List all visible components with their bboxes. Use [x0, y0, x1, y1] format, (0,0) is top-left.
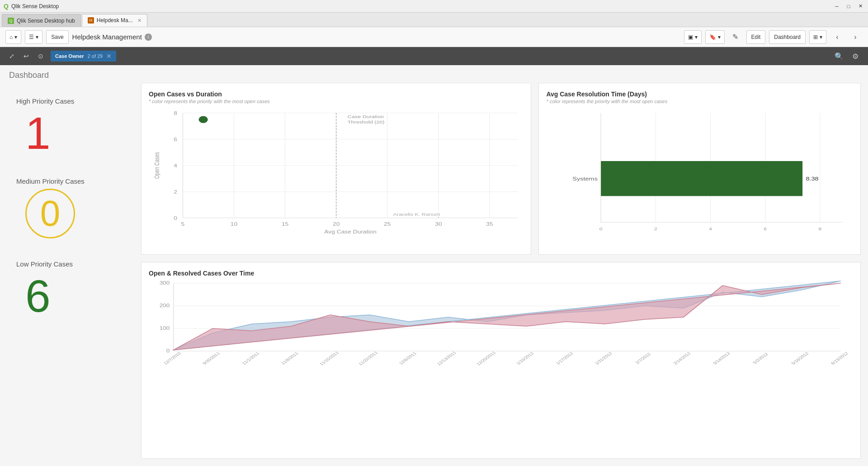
high-priority-section: High Priority Cases 1	[7, 92, 134, 172]
svg-text:5/16/2012: 5/16/2012	[790, 351, 810, 366]
svg-text:20: 20	[333, 222, 340, 227]
save-label: Save	[51, 34, 63, 40]
svg-text:3/14/2012: 3/14/2012	[712, 351, 731, 366]
window-controls: ─ □ ✕	[833, 2, 864, 10]
svg-text:6: 6	[764, 226, 767, 231]
close-button[interactable]: ✕	[856, 2, 864, 10]
bar-chart-subtitle: * color represents the priority with the…	[546, 99, 853, 104]
tab-helpdesk[interactable]: H Helpdesk Ma... ✕	[82, 14, 147, 27]
svg-text:12/7/2010: 12/7/2010	[162, 351, 182, 366]
svg-text:2/7/2012: 2/7/2012	[634, 352, 652, 365]
hub-tab-label: Qlik Sense Desktop hub	[17, 18, 75, 24]
home-dropdown[interactable]: ⌂ ▾	[5, 30, 21, 44]
app-title-area: Helpdesk Management i	[72, 33, 680, 41]
tab-hub[interactable]: Q Qlik Sense Desktop hub	[2, 14, 81, 27]
svg-text:12/13/2011: 12/13/2011	[436, 351, 458, 366]
filter-chip-close[interactable]: ✕	[106, 52, 112, 60]
lasso-filter-button[interactable]: ⊙	[34, 50, 47, 62]
svg-text:0: 0	[599, 226, 603, 231]
resolved-cases-area	[174, 283, 841, 350]
save-button[interactable]: Save	[46, 30, 68, 44]
app-title-text: Helpdesk Management	[72, 33, 142, 41]
info-icon[interactable]: i	[145, 33, 152, 41]
line-chart-title: Open & Resolved Cases Over Time	[149, 270, 853, 277]
line-svg: 0 100 200 300 12/7/2010	[149, 279, 853, 369]
svg-text:15: 15	[282, 222, 289, 227]
svg-text:8.38: 8.38	[806, 176, 819, 182]
scatter-svg: 0 2 4 6 8 Open Cases	[149, 109, 524, 240]
helpdesk-tab-label: Helpdesk Ma...	[97, 17, 133, 24]
svg-text:11/15/2011: 11/15/2011	[318, 351, 340, 366]
pencil-button[interactable]: ✎	[728, 30, 743, 44]
tab-bar: Q Qlik Sense Desktop hub H Helpdesk Ma..…	[0, 13, 868, 27]
svg-text:Systems: Systems	[573, 176, 598, 182]
filter-right-buttons: 🔍 ⚙	[832, 49, 863, 63]
svg-text:1/31/2012: 1/31/2012	[594, 351, 613, 366]
bookmark-dropdown[interactable]: 🔖 ▾	[705, 30, 725, 44]
minimize-button[interactable]: ─	[833, 2, 841, 10]
svg-text:35: 35	[486, 222, 493, 227]
expand-filter-button[interactable]: ⤢	[5, 50, 18, 62]
home-icon: ⌂	[9, 34, 13, 40]
medium-priority-section: Medium Priority Cases 0	[7, 172, 134, 255]
main-content: Dashboard High Priority Cases 1 Medium P…	[0, 65, 868, 466]
svg-text:Case Duration: Case Duration	[348, 114, 384, 119]
low-priority-value: 6	[16, 270, 125, 329]
search-filter-button[interactable]: 🔍	[832, 49, 846, 63]
view-button[interactable]: Dashboard	[769, 30, 806, 44]
svg-text:2: 2	[174, 189, 177, 195]
content-area: High Priority Cases 1 Medium Priority Ca…	[0, 83, 868, 466]
scatter-data-point	[199, 116, 208, 123]
svg-text:Open Cases: Open Cases	[153, 152, 160, 179]
svg-text:0: 0	[166, 348, 170, 354]
maximize-button[interactable]: □	[844, 2, 853, 10]
list-icon: ☰	[29, 34, 34, 40]
svg-text:1/10/2012: 1/10/2012	[515, 351, 535, 366]
svg-text:2: 2	[654, 226, 657, 231]
app-icon: Q	[4, 3, 9, 10]
svg-text:11/8/2011: 11/8/2011	[280, 351, 299, 366]
svg-text:25: 25	[384, 222, 391, 227]
svg-text:2/14/2012: 2/14/2012	[672, 351, 692, 366]
settings-filter-button[interactable]: ⚙	[848, 49, 863, 63]
edit-button[interactable]: Edit	[746, 30, 766, 44]
monitor-dropdown[interactable]: ▣ ▾	[684, 30, 702, 44]
svg-text:4: 4	[709, 226, 712, 231]
view-label: Dashboard	[774, 34, 801, 40]
toolbar-right: ▣ ▾ 🔖 ▾ ✎ Edit Dashboard ⊞ ▾ ‹ ›	[684, 30, 863, 44]
dashboard-title: Dashboard	[0, 65, 868, 83]
svg-text:0: 0	[174, 215, 177, 221]
list-dropdown[interactable]: ☰ ▾	[25, 30, 42, 44]
bookmark-icon: 🔖	[709, 34, 716, 40]
scatter-chart-area: 0 2 4 6 8 Open Cases	[149, 109, 524, 240]
svg-text:12/6/2011: 12/6/2011	[398, 351, 417, 366]
filter-chip-label: Case Owner	[55, 53, 84, 59]
svg-text:8: 8	[174, 110, 177, 116]
svg-text:6: 6	[174, 137, 177, 142]
layout-icon: ⊞	[813, 34, 818, 40]
line-chart-card: Open & Resolved Cases Over Time 0 100 20…	[141, 262, 861, 459]
medium-priority-label: Medium Priority Cases	[16, 177, 125, 185]
right-charts-panel: Open Cases vs Duration * color represent…	[141, 83, 861, 459]
list-dropdown-arrow: ▾	[36, 34, 38, 40]
back-nav-button[interactable]: ‹	[830, 30, 844, 44]
edit-label: Edit	[751, 34, 761, 40]
low-priority-section: Low Priority Cases 6	[7, 255, 134, 335]
svg-text:4: 4	[174, 163, 177, 168]
bar-chart-area: Systems 8.38 0 2 4 6 8	[546, 109, 853, 240]
bookmark-dropdown-arrow: ▾	[718, 34, 721, 40]
undo-filter-button[interactable]: ↩	[20, 50, 33, 62]
svg-text:Aracelis K. Ranum: Aracelis K. Ranum	[393, 212, 440, 216]
scatter-chart-subtitle: * color represents the priority with the…	[149, 99, 524, 104]
systems-bar	[601, 161, 803, 196]
case-owner-filter-chip[interactable]: Case Owner 2 of 29 ✕	[51, 51, 116, 62]
layout-dropdown[interactable]: ⊞ ▾	[809, 30, 826, 44]
svg-text:5: 5	[181, 222, 185, 227]
svg-text:8: 8	[819, 226, 822, 231]
filter-chip-value: 2 of 29	[88, 53, 103, 59]
helpdesk-tab-close[interactable]: ✕	[137, 18, 142, 24]
helpdesk-tab-icon: H	[88, 17, 94, 24]
forward-nav-button[interactable]: ›	[848, 30, 863, 44]
left-kpi-panel: High Priority Cases 1 Medium Priority Ca…	[7, 83, 134, 459]
scatter-chart-title: Open Cases vs Duration	[149, 90, 524, 98]
